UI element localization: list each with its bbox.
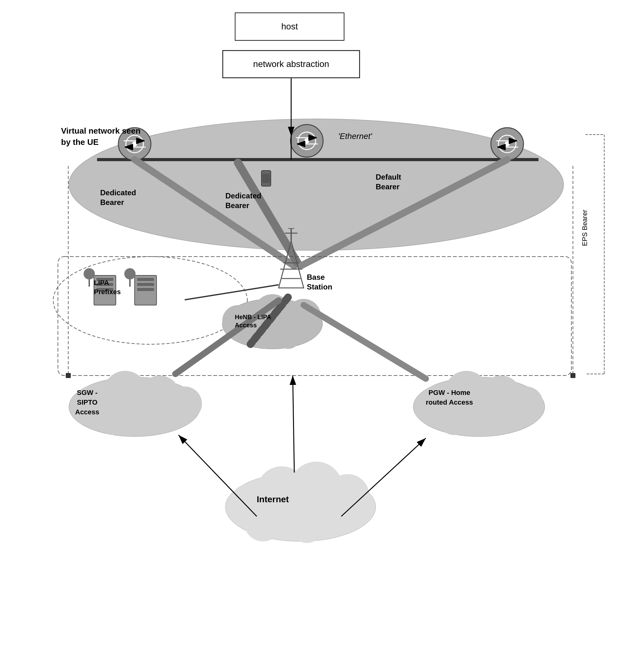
dedicated-bearer-2-label: Dedicated Bearer bbox=[225, 191, 261, 210]
svg-point-76 bbox=[244, 504, 282, 542]
network-abstraction-box: network abstraction bbox=[222, 50, 360, 78]
svg-point-11 bbox=[304, 138, 309, 143]
svg-point-63 bbox=[133, 405, 161, 433]
svg-line-56 bbox=[304, 305, 426, 379]
svg-point-74 bbox=[290, 461, 343, 515]
base-station-label: Base Station bbox=[307, 272, 332, 292]
svg-point-61 bbox=[167, 386, 202, 421]
svg-point-16 bbox=[505, 141, 510, 147]
svg-line-55 bbox=[175, 300, 279, 374]
svg-line-78 bbox=[179, 435, 257, 516]
henb-lipa-label: HeNB - LIPA Access bbox=[235, 313, 271, 329]
svg-line-19 bbox=[135, 159, 294, 266]
svg-point-38 bbox=[84, 268, 95, 280]
dedicated-bearer-1-label: Dedicated Bearer bbox=[100, 188, 136, 207]
svg-point-2 bbox=[69, 119, 564, 250]
svg-point-77 bbox=[290, 509, 324, 543]
svg-rect-82 bbox=[66, 373, 71, 378]
svg-point-44 bbox=[124, 268, 135, 280]
svg-rect-40 bbox=[135, 276, 157, 305]
host-box: host bbox=[235, 13, 344, 41]
svg-point-51 bbox=[287, 299, 321, 333]
svg-point-14 bbox=[491, 128, 523, 160]
svg-rect-21 bbox=[261, 171, 271, 186]
sgw-label: SGW - SIPTO Access bbox=[75, 388, 99, 417]
svg-point-33 bbox=[53, 256, 247, 344]
host-label: host bbox=[281, 22, 298, 32]
svg-line-20 bbox=[238, 163, 297, 263]
svg-line-79 bbox=[293, 376, 294, 473]
lipa-prefixes-label: LIPA Prefixes bbox=[94, 279, 121, 296]
svg-point-70 bbox=[474, 405, 502, 433]
svg-line-80 bbox=[341, 438, 426, 516]
svg-point-60 bbox=[139, 376, 180, 416]
eps-bearer-label: EPS Bearer bbox=[581, 210, 589, 246]
svg-rect-84 bbox=[570, 373, 575, 378]
svg-line-47 bbox=[185, 285, 279, 300]
svg-point-69 bbox=[438, 404, 470, 435]
svg-marker-26 bbox=[279, 241, 304, 288]
default-bearer-label: Default Bearer bbox=[376, 172, 401, 191]
svg-point-72 bbox=[228, 483, 272, 527]
ethernet-label: 'Ethernet' bbox=[338, 131, 372, 141]
svg-point-71 bbox=[225, 473, 376, 542]
svg-point-73 bbox=[257, 466, 307, 516]
svg-point-15 bbox=[498, 135, 516, 153]
diagram: host network abstraction Virtual network… bbox=[0, 0, 644, 665]
svg-point-68 bbox=[509, 386, 543, 421]
pgw-label: PGW - Home routed Access bbox=[426, 388, 473, 407]
svg-point-10 bbox=[298, 132, 316, 150]
internet-label: Internet bbox=[257, 494, 289, 505]
svg-point-62 bbox=[97, 404, 128, 435]
svg-rect-43 bbox=[137, 288, 154, 291]
virtual-network-label: Virtual network seen by the UE bbox=[61, 125, 141, 148]
svg-point-9 bbox=[291, 125, 323, 157]
svg-point-75 bbox=[326, 474, 369, 518]
svg-point-53 bbox=[276, 324, 300, 349]
svg-line-23 bbox=[300, 159, 507, 266]
svg-point-59 bbox=[103, 371, 147, 415]
svg-point-67 bbox=[481, 376, 521, 416]
svg-rect-42 bbox=[137, 283, 154, 286]
network-abstraction-label: network abstraction bbox=[253, 59, 329, 69]
svg-rect-22 bbox=[262, 174, 270, 183]
svg-rect-41 bbox=[137, 278, 154, 281]
